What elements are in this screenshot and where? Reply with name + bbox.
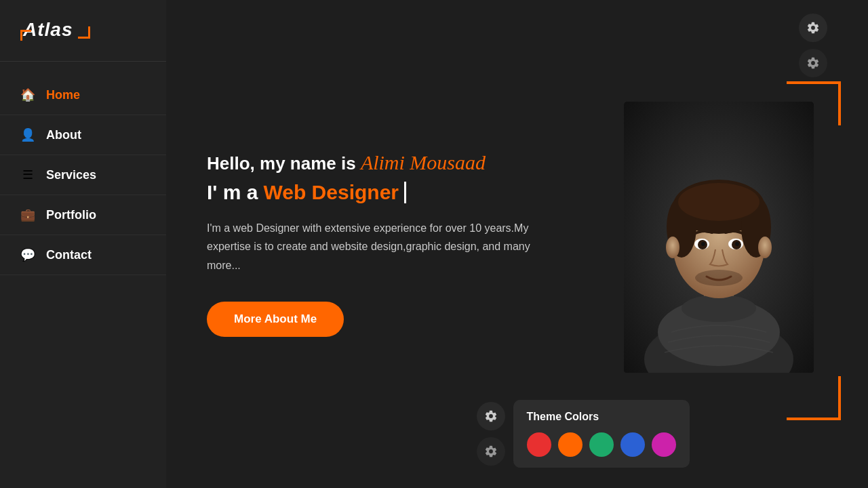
svg-point-17: [666, 237, 679, 258]
greeting-text: Hello, my name is Alimi Mousaad: [207, 151, 597, 174]
profile-photo-inner: [624, 102, 814, 373]
theme-panel-title: Theme Colors: [527, 411, 676, 423]
svg-point-15: [735, 242, 739, 246]
contact-nav-label: Contact: [46, 248, 92, 262]
theme-settings-button-2[interactable]: [477, 437, 505, 466]
hero-role: Web Designer: [264, 181, 399, 204]
logo: Atlas: [20, 19, 146, 41]
profile-photo: [624, 102, 814, 373]
theme-colors-panel: Theme Colors: [513, 400, 690, 468]
hero-name: Alimi Mousaad: [361, 151, 486, 174]
hero-title: I' m a Web Designer: [207, 181, 597, 204]
theme-panel-wrapper: Theme Colors: [477, 400, 690, 468]
theme-settings-button-1[interactable]: [477, 402, 505, 430]
home-nav-label: Home: [46, 88, 80, 102]
portfolio-nav-icon: 💼: [20, 207, 35, 222]
sidebar-item-services[interactable]: ☰ Services: [0, 155, 166, 195]
services-nav-icon: ☰: [20, 167, 35, 182]
home-nav-icon: 🏠: [20, 87, 35, 102]
about-nav-label: About: [46, 128, 81, 142]
title-prefix: I' m a: [207, 181, 258, 204]
svg-point-14: [701, 242, 705, 246]
corner-bottom-right-decoration: [780, 373, 841, 420]
more-about-me-button[interactable]: More About Me: [207, 302, 344, 337]
settings-side-buttons: [477, 402, 505, 466]
portfolio-nav-label: Portfolio: [46, 208, 96, 222]
sidebar-item-about[interactable]: 👤 About: [0, 115, 166, 155]
cursor-blink: [404, 182, 406, 203]
svg-point-16: [695, 270, 743, 286]
portrait-svg: [624, 102, 814, 373]
sidebar-item-contact[interactable]: 💬 Contact: [0, 235, 166, 275]
svg-point-18: [758, 237, 772, 258]
about-nav-icon: 👤: [20, 127, 35, 142]
theme-color-orange[interactable]: [558, 432, 583, 457]
hero-content: Hello, my name is Alimi Mousaad I' m a W…: [207, 151, 624, 337]
theme-color-green[interactable]: [589, 432, 614, 457]
theme-color-magenta[interactable]: [652, 432, 676, 457]
hero-description: I'm a web Designer with extensive experi…: [207, 219, 546, 274]
theme-colors-row: [527, 432, 676, 457]
profile-image-area: [624, 102, 827, 386]
svg-point-9: [678, 183, 760, 221]
navigation: 🏠 Home 👤 About ☰ Services 💼 Portfolio 💬 …: [0, 75, 166, 488]
secondary-settings-button[interactable]: [799, 49, 827, 77]
svg-point-4: [682, 295, 756, 322]
theme-color-red[interactable]: [527, 432, 551, 457]
sidebar-item-portfolio[interactable]: 💼 Portfolio: [0, 195, 166, 235]
services-nav-label: Services: [46, 168, 96, 182]
contact-nav-icon: 💬: [20, 247, 35, 262]
sidebar-item-home[interactable]: 🏠 Home: [0, 75, 166, 115]
theme-color-blue[interactable]: [620, 432, 645, 457]
sidebar: Atlas 🏠 Home 👤 About ☰ Services 💼 Portfo…: [0, 0, 166, 488]
logo-bracket-right-icon: [77, 20, 90, 40]
greeting-prefix: Hello, my name is: [207, 153, 361, 174]
main-content: Hello, my name is Alimi Mousaad I' m a W…: [166, 0, 868, 488]
logo-area: Atlas: [0, 0, 166, 62]
top-right-settings-button[interactable]: [799, 14, 827, 42]
